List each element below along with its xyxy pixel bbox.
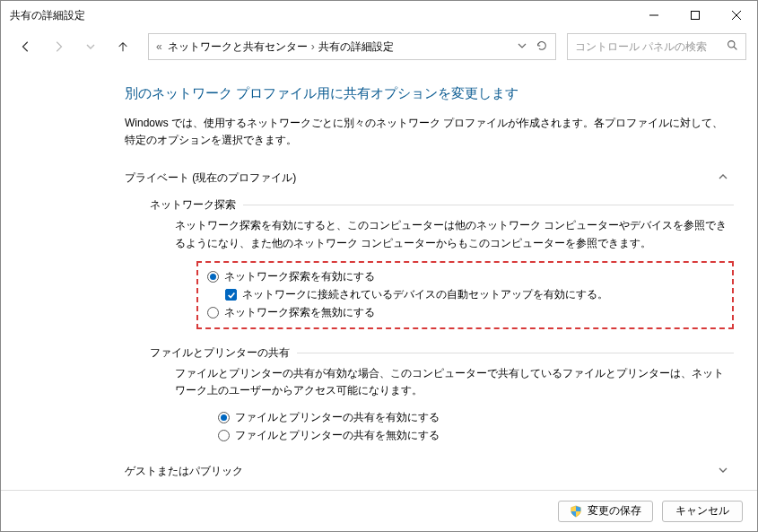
refresh-button[interactable]: [536, 39, 548, 55]
minimize-button[interactable]: [633, 1, 675, 30]
radio-discovery-on[interactable]: ネットワーク探索を有効にする: [207, 268, 723, 286]
window-title: 共有の詳細設定: [10, 8, 633, 23]
close-button[interactable]: [716, 1, 757, 30]
checkbox-auto-setup-label: ネットワークに接続されているデバイスの自動セットアップを有効にする。: [242, 286, 608, 303]
file-printer-sharing-description: ファイルとプリンターの共有が有効な場合、このコンピューターで共有しているファイル…: [175, 365, 734, 399]
radio-icon: [207, 271, 219, 283]
radio-icon: [218, 412, 230, 423]
save-button[interactable]: 変更の保存: [558, 501, 653, 522]
fieldset-network-discovery: ネットワーク探索 ネットワーク探索を有効にすると、このコンピューターは他のネット…: [150, 197, 734, 328]
checkbox-auto-setup[interactable]: ネットワークに接続されているデバイスの自動セットアップを有効にする。: [225, 286, 723, 304]
nav-row: « ネットワークと共有センター › 共有の詳細設定 コントロール パネルの検索: [1, 30, 757, 64]
highlight-box: ネットワーク探索を有効にする ネットワークに接続されているデバイスの自動セットア…: [196, 261, 734, 329]
breadcrumb-item-sharing-settings[interactable]: 共有の詳細設定: [318, 39, 394, 55]
page-title: 別のネットワーク プロファイル用に共有オプションを変更します: [125, 85, 734, 102]
section-private-header[interactable]: プライベート (現在のプロファイル): [125, 167, 734, 188]
legend-file-printer-sharing: ファイルとプリンターの共有: [150, 345, 297, 361]
address-dropdown-icon[interactable]: [518, 40, 527, 53]
radio-fileshare-on-label: ファイルとプリンターの共有を有効にする: [235, 409, 440, 426]
radio-icon: [218, 430, 230, 441]
svg-point-1: [728, 41, 735, 48]
svg-rect-0: [692, 12, 700, 20]
cancel-button[interactable]: キャンセル: [662, 501, 743, 522]
radio-discovery-on-label: ネットワーク探索を有効にする: [224, 268, 375, 285]
radio-fileshare-off-label: ファイルとプリンターの共有を無効にする: [235, 427, 440, 444]
search-icon: [727, 39, 738, 54]
section-private-label: プライベート (現在のプロファイル): [125, 170, 296, 186]
section-guest-label: ゲストまたはパブリック: [125, 464, 243, 479]
radio-discovery-off[interactable]: ネットワーク探索を無効にする: [207, 304, 723, 322]
radio-fileshare-off[interactable]: ファイルとプリンターの共有を無効にする: [218, 426, 734, 444]
save-button-label: 変更の保存: [588, 503, 641, 519]
back-button[interactable]: [12, 34, 40, 59]
breadcrumb-back-chevrons-icon: «: [156, 40, 162, 53]
titlebar: 共有の詳細設定: [1, 1, 757, 30]
breadcrumb-separator-icon: ›: [311, 40, 315, 53]
shield-icon: [570, 505, 582, 518]
search-placeholder: コントロール パネルの検索: [575, 39, 707, 55]
radio-icon: [207, 307, 219, 318]
footer: 変更の保存 キャンセル: [1, 490, 757, 531]
search-input[interactable]: コントロール パネルの検索: [567, 33, 746, 60]
section-guest-header[interactable]: ゲストまたはパブリック: [125, 460, 734, 482]
up-button[interactable]: [109, 34, 137, 59]
chevron-down-icon: [718, 465, 728, 478]
fieldset-file-printer-sharing: ファイルとプリンターの共有 ファイルとプリンターの共有が有効な場合、このコンピュ…: [150, 345, 734, 444]
forward-button[interactable]: [44, 34, 73, 59]
page-description: Windows では、使用するネットワークごとに別々のネットワーク プロファイル…: [125, 115, 734, 149]
radio-discovery-off-label: ネットワーク探索を無効にする: [224, 304, 375, 321]
maximize-button[interactable]: [675, 1, 716, 30]
network-discovery-description: ネットワーク探索を有効にすると、このコンピューターは他のネットワーク コンピュー…: [175, 217, 734, 251]
content-area: 別のネットワーク プロファイル用に共有オプションを変更します Windows で…: [1, 64, 757, 490]
address-bar[interactable]: « ネットワークと共有センター › 共有の詳細設定: [148, 33, 556, 60]
legend-network-discovery: ネットワーク探索: [150, 197, 243, 213]
chevron-up-icon: [718, 171, 728, 185]
radio-fileshare-on[interactable]: ファイルとプリンターの共有を有効にする: [218, 408, 734, 426]
recent-dropdown[interactable]: [76, 34, 105, 59]
checkbox-icon: [225, 289, 237, 301]
breadcrumb-item-network-center[interactable]: ネットワークと共有センター: [168, 39, 308, 55]
cancel-button-label: キャンセル: [675, 503, 729, 519]
